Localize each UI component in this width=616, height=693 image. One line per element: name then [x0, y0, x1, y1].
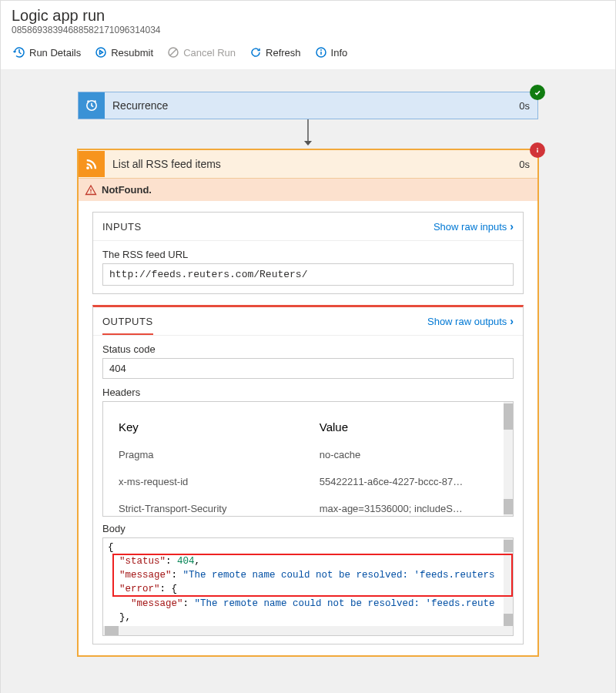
- outputs-panel: OUTPUTS Show raw outputs› Status code 40…: [92, 305, 524, 644]
- status-code-value[interactable]: 404: [102, 358, 514, 379]
- run-id: 08586938394688582171096314034: [12, 25, 604, 35]
- svg-rect-6: [84, 156, 99, 172]
- body-json-content: { "status": 404, "message": "The remote …: [103, 538, 513, 636]
- header-row: Strict-Transport-Security max-age=315360…: [119, 495, 497, 517]
- resubmit-button[interactable]: Resubmit: [90, 43, 158, 62]
- headers-table[interactable]: Key Value Pragma no-cache x-ms-request-i…: [102, 401, 514, 517]
- svg-point-5: [537, 148, 538, 149]
- history-icon: [13, 46, 25, 59]
- headers-label: Headers: [102, 387, 514, 398]
- svg-point-7: [86, 166, 89, 169]
- inputs-feed-value[interactable]: http://feeds.reuters.com/Reuters/: [102, 263, 514, 286]
- chevron-right-icon: ›: [510, 220, 514, 233]
- step-recurrence[interactable]: Recurrence 0s: [78, 92, 538, 119]
- inputs-title: INPUTS: [102, 221, 142, 233]
- scrollbar-vertical[interactable]: [504, 402, 513, 516]
- refresh-button[interactable]: Refresh: [245, 43, 306, 62]
- body-json[interactable]: › { "status": 404, "message": "The remot…: [102, 537, 514, 636]
- clock-icon: [79, 92, 105, 119]
- inputs-feed-label: The RSS feed URL: [102, 249, 514, 260]
- body-label: Body: [102, 523, 514, 534]
- headers-col-key: Key: [119, 420, 139, 434]
- svg-point-8: [90, 192, 91, 192]
- header-row: Pragma no-cache: [119, 441, 497, 468]
- status-code-label: Status code: [102, 343, 514, 355]
- show-raw-outputs-link[interactable]: Show raw outputs›: [427, 315, 514, 327]
- resubmit-icon: [95, 46, 107, 59]
- step-recurrence-label: Recurrence: [105, 99, 511, 112]
- step-rss-duration: 0s: [511, 159, 537, 170]
- step-error-text: NotFound.: [102, 184, 152, 196]
- step-recurrence-duration: 0s: [511, 100, 537, 112]
- status-success-icon: [530, 85, 545, 100]
- warning-icon: [85, 184, 97, 196]
- inputs-panel: INPUTS Show raw inputs› The RSS feed URL…: [92, 212, 524, 294]
- info-icon: [315, 46, 327, 59]
- headers-col-value: Value: [320, 420, 497, 434]
- page-title: Logic app run: [12, 7, 604, 25]
- step-rss-label: List all RSS feed items: [105, 158, 511, 170]
- toolbar: Run Details Resubmit Cancel Run Refresh …: [1, 38, 615, 70]
- chevron-right-icon: ›: [510, 315, 514, 327]
- refresh-icon: [249, 46, 262, 59]
- cancel-run-button: Cancel Run: [162, 43, 240, 62]
- flow-connector: [300, 119, 316, 149]
- step-error-row: NotFound.: [79, 178, 537, 201]
- run-details-button[interactable]: Run Details: [8, 43, 85, 62]
- svg-point-3: [320, 49, 322, 51]
- scrollbar-horizontal[interactable]: ›: [103, 626, 504, 635]
- header-row: x-ms-request-id 55422211-a6ce-4227-bccc-…: [119, 468, 497, 495]
- rss-icon: [79, 151, 105, 177]
- info-button[interactable]: Info: [310, 43, 353, 62]
- status-error-icon: [530, 142, 545, 158]
- svg-point-0: [96, 48, 105, 57]
- outputs-title: OUTPUTS: [102, 316, 153, 327]
- designer-canvas: Recurrence 0s List all RSS feed items: [1, 70, 615, 693]
- cancel-icon: [167, 46, 179, 59]
- step-rss[interactable]: List all RSS feed items 0s NotFound. INP…: [77, 149, 539, 657]
- show-raw-inputs-link[interactable]: Show raw inputs›: [434, 220, 514, 233]
- scrollbar-vertical[interactable]: [504, 538, 513, 635]
